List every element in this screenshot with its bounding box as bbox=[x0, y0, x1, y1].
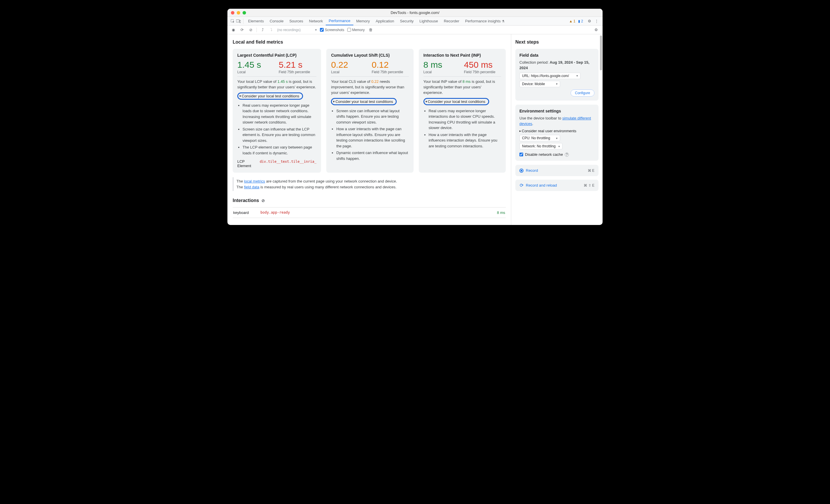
device-toolbar-icon[interactable] bbox=[235, 20, 242, 23]
lcp-description: Your local LCP value of 1.45 s is good, … bbox=[237, 79, 316, 90]
lcp-local-value: 1.45 s bbox=[237, 60, 275, 69]
tab-network[interactable]: Network bbox=[306, 17, 326, 25]
disable-cache-checkbox[interactable] bbox=[519, 153, 523, 156]
lcp-element-selector[interactable]: div.tile__text.tile__inria_san bbox=[260, 160, 317, 164]
garbage-collect-icon[interactable]: 🗑 bbox=[368, 28, 374, 32]
settings-icon[interactable]: ⚙ bbox=[586, 19, 593, 23]
record-button[interactable]: Record ⌘ E bbox=[515, 165, 599, 176]
svg-rect-2 bbox=[240, 20, 241, 23]
record-reload-button[interactable]: Record and reload ⌘ ⇧ E bbox=[515, 180, 599, 191]
interactions-heading: Interactions bbox=[233, 198, 259, 203]
record-icon[interactable]: ◉ bbox=[230, 28, 236, 32]
capture-settings-icon[interactable]: ⚙ bbox=[593, 28, 600, 32]
lcp-disclosure[interactable]: Consider your local test conditions bbox=[237, 93, 303, 100]
recordings-dropdown[interactable]: (no recordings) bbox=[277, 28, 312, 32]
interaction-row[interactable]: keyboard body.app-ready 8 ms bbox=[233, 207, 506, 218]
inp-title: Interaction to Next Paint (INP) bbox=[423, 53, 501, 58]
environment-section: Environment settings Use the device tool… bbox=[515, 105, 599, 161]
chevron-down-icon: ▾ bbox=[315, 28, 317, 32]
screenshots-checkbox[interactable]: Screenshots bbox=[320, 28, 344, 32]
card-lcp: Largest Contentful Paint (LCP) 1.45 sLoc… bbox=[233, 49, 321, 173]
clear-interactions-icon[interactable]: ⊘ bbox=[261, 198, 265, 203]
cls-field-value: 0.12 bbox=[372, 60, 409, 69]
field-data-section: Field data Collection period: Aug 19, 20… bbox=[515, 49, 599, 101]
upload-icon[interactable]: ⤴ bbox=[260, 28, 265, 32]
interaction-duration: 8 ms bbox=[497, 210, 505, 215]
clear-icon[interactable]: ⊘ bbox=[248, 28, 254, 32]
network-throttle-select[interactable]: Network: No throttling bbox=[519, 143, 563, 149]
tab-lighthouse[interactable]: Lighthouse bbox=[416, 17, 441, 25]
inspect-icon[interactable] bbox=[230, 19, 235, 23]
perf-toolbar: ◉ ⟳ ⊘ ⤴ ⤵ (no recordings) ▾ Screenshots … bbox=[227, 26, 603, 34]
tab-sources[interactable]: Sources bbox=[286, 17, 306, 25]
cls-description: Your local CLS value of 0.22 needs impro… bbox=[331, 79, 409, 96]
issue-badges: ▲ 1 ▮ 2 bbox=[569, 19, 583, 23]
main-heading: Local and field metrics bbox=[233, 39, 506, 45]
card-inp: Interaction to Next Paint (INP) 8 msLoca… bbox=[419, 49, 506, 173]
metrics-note: The local metrics are captured from the … bbox=[233, 177, 506, 191]
window-title: DevTools - fonts.google.com/ bbox=[227, 10, 603, 15]
record-icon bbox=[519, 169, 523, 173]
lcp-element-label: LCP Element bbox=[237, 159, 257, 168]
field-data-link[interactable]: field data bbox=[244, 185, 259, 189]
reload-icon bbox=[519, 183, 523, 188]
tab-application[interactable]: Application bbox=[373, 17, 397, 25]
local-metrics-link[interactable]: local metrics bbox=[244, 179, 265, 183]
interaction-selector: body.app-ready bbox=[260, 210, 290, 215]
device-select[interactable]: Device: Mobile bbox=[519, 81, 560, 87]
url-select[interactable]: URL: https://fonts.google.com/ bbox=[519, 73, 580, 79]
devtools-tabs: Elements Console Sources Network Perform… bbox=[227, 17, 603, 26]
inp-local-value: 8 ms bbox=[423, 60, 461, 69]
tab-elements[interactable]: Elements bbox=[245, 17, 267, 25]
titlebar: DevTools - fonts.google.com/ bbox=[227, 9, 603, 17]
warnings-badge[interactable]: ▲ 1 bbox=[569, 19, 576, 23]
tab-recorder[interactable]: Recorder bbox=[441, 17, 462, 25]
tab-performance[interactable]: Performance bbox=[326, 17, 353, 25]
inp-field-value: 450 ms bbox=[464, 60, 501, 69]
help-icon[interactable]: ? bbox=[565, 153, 569, 157]
reload-icon[interactable]: ⟳ bbox=[239, 28, 245, 32]
tab-performance-insights[interactable]: Performance insights bbox=[462, 17, 508, 25]
more-icon[interactable]: ⋮ bbox=[593, 19, 600, 23]
cls-title: Cumulative Layout Shift (CLS) bbox=[331, 53, 409, 58]
inp-disclosure[interactable]: Consider your local test conditions bbox=[423, 98, 489, 105]
cls-bullets: Screen size can influence what layout sh… bbox=[336, 108, 409, 162]
side-panel: Next steps Field data Collection period:… bbox=[511, 34, 603, 225]
card-cls: Cumulative Layout Shift (CLS) 0.22Local … bbox=[326, 49, 413, 173]
svg-rect-1 bbox=[236, 20, 240, 22]
lcp-title: Largest Contentful Paint (LCP) bbox=[237, 53, 316, 58]
configure-button[interactable]: Configure bbox=[571, 90, 595, 97]
inp-bullets: Real users may experience longer interac… bbox=[429, 108, 501, 149]
interaction-type: keyboard bbox=[233, 210, 249, 215]
scrollbar[interactable] bbox=[600, 35, 602, 70]
inp-description: Your local INP value of 8 ms is good, bu… bbox=[423, 79, 501, 96]
memory-checkbox[interactable]: Memory bbox=[347, 28, 365, 32]
devtools-window: DevTools - fonts.google.com/ Elements Co… bbox=[227, 9, 603, 225]
side-heading: Next steps bbox=[515, 39, 599, 45]
tab-memory[interactable]: Memory bbox=[353, 17, 373, 25]
cls-local-value: 0.22 bbox=[331, 60, 368, 69]
tab-security[interactable]: Security bbox=[397, 17, 416, 25]
cls-disclosure[interactable]: Consider your local test conditions bbox=[331, 98, 397, 105]
lcp-field-value: 5.21 s bbox=[279, 60, 316, 69]
download-icon[interactable]: ⤵ bbox=[268, 28, 274, 32]
messages-badge[interactable]: ▮ 2 bbox=[578, 19, 583, 23]
tab-console[interactable]: Console bbox=[267, 17, 286, 25]
cpu-throttle-select[interactable]: CPU: No throttling bbox=[519, 135, 560, 141]
interactions-section: Interactions ⊘ keyboard body.app-ready 8… bbox=[233, 198, 506, 218]
main-panel: Local and field metrics Largest Contentf… bbox=[227, 34, 511, 225]
lcp-bullets: Real users may experience longer page lo… bbox=[243, 103, 316, 156]
real-user-env-disclosure[interactable]: Consider real user environments bbox=[519, 129, 576, 133]
